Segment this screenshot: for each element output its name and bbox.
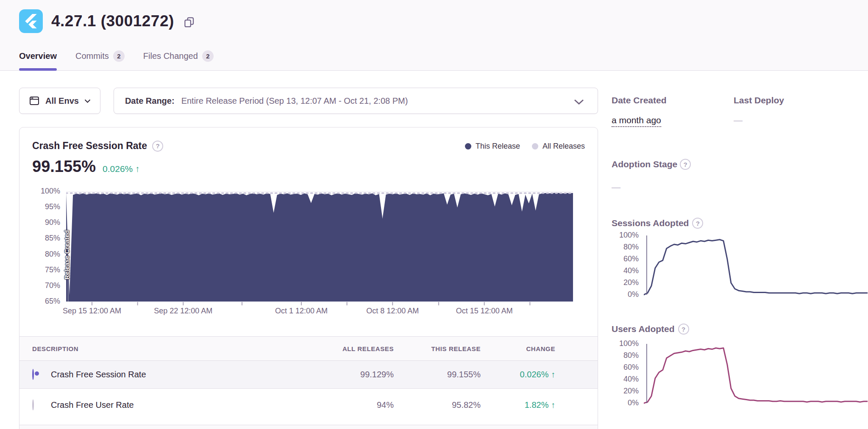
tab-files-changed[interactable]: Files Changed 2 bbox=[143, 50, 214, 70]
y-axis-label: 70% bbox=[45, 281, 60, 290]
card-title: Crash Free Session Rate bbox=[32, 140, 147, 152]
this-release-value: 95.82% bbox=[394, 400, 481, 410]
legend-dot-this-release bbox=[465, 143, 471, 149]
all-releases-value: 94% bbox=[305, 400, 394, 410]
y-axis-label: 60% bbox=[623, 255, 639, 263]
y-axis-label: 90% bbox=[45, 218, 60, 227]
crash-free-rate-delta: 0.026% ↑ bbox=[103, 164, 140, 174]
last-deploy-heading: Last Deploy bbox=[734, 95, 784, 105]
line-chart bbox=[644, 235, 868, 299]
x-axis-labels: Sep 15 12:00 AMSep 22 12:00 AMOct 1 12:0… bbox=[66, 302, 573, 319]
date-range-selector[interactable]: Date Range: Entire Release Period (Sep 1… bbox=[114, 88, 598, 114]
date-created-value: a month ago bbox=[612, 115, 661, 125]
x-axis-label: Oct 1 12:00 AM bbox=[275, 307, 328, 316]
tab-commits[interactable]: Commits 2 bbox=[75, 50, 125, 70]
up-arrow-icon: ↑ bbox=[135, 164, 140, 174]
tab-label: Overview bbox=[19, 51, 57, 61]
area-chart bbox=[66, 191, 573, 306]
y-axis-label: 80% bbox=[623, 351, 639, 360]
help-icon[interactable]: ? bbox=[680, 159, 691, 170]
all-releases-value: 99.129% bbox=[305, 370, 394, 379]
radio-unselected[interactable] bbox=[32, 399, 34, 410]
y-axis-label: 80% bbox=[623, 243, 639, 252]
y-axis-label: 100% bbox=[41, 187, 60, 196]
column-header-this-release: THIS RELEASE bbox=[394, 345, 481, 352]
x-axis-label: Oct 8 12:00 AM bbox=[366, 307, 419, 316]
main-content: All Envs Date Range: Entire Release Peri… bbox=[19, 88, 598, 429]
date-range-label: Date Range: bbox=[125, 96, 175, 106]
legend-this-release[interactable]: This Release bbox=[465, 142, 520, 151]
commits-count-badge: 2 bbox=[113, 50, 125, 62]
chart-plot: Release Created bbox=[66, 191, 573, 306]
sessions-adopted-heading: Sessions Adopted? bbox=[612, 218, 703, 229]
y-axis-label: 60% bbox=[623, 363, 639, 372]
y-axis-label: 100% bbox=[619, 231, 639, 240]
page-title: 4.27.1 (3001272) bbox=[51, 12, 174, 30]
row-description: Crash Free User Rate bbox=[51, 400, 305, 410]
y-axis-labels: 100%80%60%40%20%0% bbox=[612, 344, 639, 403]
legend-label: All Releases bbox=[542, 142, 585, 151]
legend-dot-all-releases bbox=[532, 143, 538, 149]
help-icon[interactable]: ? bbox=[692, 218, 703, 229]
users-adopted-heading: Users Adopted? bbox=[612, 324, 689, 335]
y-axis-label: 65% bbox=[45, 297, 60, 306]
y-axis-labels: 100%80%60%40%20%0% bbox=[612, 235, 639, 295]
up-arrow-icon: ↑ bbox=[551, 370, 555, 379]
window-icon bbox=[29, 95, 40, 106]
y-axis-label: 40% bbox=[623, 266, 639, 275]
up-arrow-icon: ↑ bbox=[551, 400, 555, 410]
chevron-down-icon bbox=[574, 99, 584, 105]
tab-overview[interactable]: Overview bbox=[19, 50, 57, 70]
flutter-icon bbox=[24, 14, 38, 28]
last-deploy-value: — bbox=[734, 115, 743, 125]
y-axis-label: 20% bbox=[623, 387, 639, 396]
date-range-value: Entire Release Period (Sep 13, 12:07 AM … bbox=[181, 96, 408, 106]
table-next-row-edge bbox=[19, 425, 598, 429]
crash-free-rate-value: 99.155% bbox=[32, 158, 96, 176]
chart-plot bbox=[644, 344, 868, 407]
adoption-stage-heading: Adoption Stage? bbox=[612, 159, 691, 170]
filter-bar: All Envs Date Range: Entire Release Peri… bbox=[19, 88, 598, 114]
tab-label: Files Changed bbox=[143, 51, 198, 61]
column-header-description: DESCRIPTION bbox=[19, 345, 305, 352]
y-axis-label: 100% bbox=[619, 339, 639, 348]
y-axis-label: 75% bbox=[45, 266, 60, 274]
crash-metrics-table: DESCRIPTION ALL RELEASES THIS RELEASE CH… bbox=[19, 336, 598, 429]
help-icon[interactable]: ? bbox=[152, 141, 163, 152]
release-identity: 4.27.1 (3001272) bbox=[19, 9, 195, 33]
column-header-change: CHANGE bbox=[481, 345, 555, 352]
radio-selected[interactable] bbox=[32, 369, 34, 380]
y-axis-label: 85% bbox=[45, 234, 60, 243]
release-sidebar: Date Created Last Deploy a month ago — A… bbox=[612, 0, 868, 429]
legend-label: This Release bbox=[476, 142, 520, 151]
y-axis-label: 0% bbox=[628, 399, 639, 407]
tab-label: Commits bbox=[75, 51, 109, 61]
flutter-project-icon bbox=[19, 9, 43, 33]
release-created-marker-label: Release Created bbox=[63, 230, 70, 280]
table-row-crash-free-session-rate[interactable]: Crash Free Session Rate 99.129% 99.155% … bbox=[19, 361, 598, 389]
table-row-crash-free-user-rate[interactable]: Crash Free User Rate 94% 95.82% 1.82% ↑ bbox=[19, 389, 598, 421]
y-axis-label: 40% bbox=[623, 375, 639, 384]
chart-plot bbox=[644, 235, 868, 299]
change-value: 1.82% ↑ bbox=[481, 400, 555, 410]
y-axis-label: 80% bbox=[45, 250, 60, 259]
active-tab-underline bbox=[19, 68, 57, 71]
y-axis-labels: 100%95%90%85%80%75%70%65% bbox=[19, 191, 60, 302]
y-axis-label: 20% bbox=[623, 278, 639, 287]
environment-selector[interactable]: All Envs bbox=[19, 88, 100, 114]
y-axis-label: 0% bbox=[628, 290, 639, 299]
release-tabs: Overview Commits 2 Files Changed 2 bbox=[19, 50, 214, 70]
copy-icon[interactable] bbox=[184, 17, 195, 28]
help-icon[interactable]: ? bbox=[678, 324, 689, 335]
line-chart bbox=[644, 344, 868, 407]
chart-legend: This Release All Releases bbox=[465, 142, 585, 151]
row-description: Crash Free Session Rate bbox=[51, 370, 305, 379]
adoption-stage-value: — bbox=[612, 182, 620, 192]
environment-selector-label: All Envs bbox=[45, 96, 79, 106]
column-header-all-releases: ALL RELEASES bbox=[305, 345, 394, 352]
y-axis-label: 95% bbox=[45, 202, 60, 211]
this-release-value: 99.155% bbox=[394, 370, 481, 379]
legend-all-releases[interactable]: All Releases bbox=[532, 142, 585, 151]
files-changed-count-badge: 2 bbox=[202, 50, 214, 62]
table-header-row: DESCRIPTION ALL RELEASES THIS RELEASE CH… bbox=[19, 336, 598, 361]
